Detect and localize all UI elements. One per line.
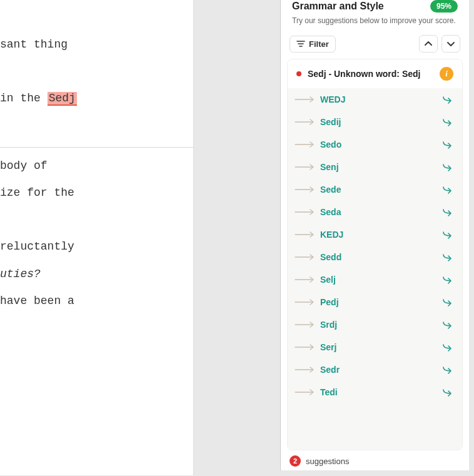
apply-suggestion-icon[interactable] <box>442 365 453 374</box>
info-icon[interactable]: i <box>440 67 453 81</box>
apply-suggestion-icon[interactable] <box>442 230 453 239</box>
apply-suggestion-icon[interactable] <box>442 388 453 397</box>
suggestion-text: Sede <box>318 185 440 195</box>
editor-line[interactable]: sant thing <box>0 31 193 58</box>
panel-header: Grammar and Style 95% Try our suggestion… <box>281 0 469 31</box>
highlighted-word[interactable]: Sedj <box>48 92 77 106</box>
replace-arrow-icon <box>294 254 315 260</box>
apply-suggestion-icon[interactable] <box>442 298 453 306</box>
suggestion-item[interactable]: Senj <box>288 156 462 178</box>
replace-arrow-icon <box>294 276 315 283</box>
editor-line[interactable]: in the Sedj <box>0 85 193 112</box>
suggestion-item[interactable]: Sede <box>288 178 462 201</box>
suggestion-text: Seda <box>318 207 440 217</box>
next-issue-button[interactable] <box>441 35 460 53</box>
suggestion-text: Sedij <box>318 117 440 127</box>
suggestion-item[interactable]: Serj <box>288 336 462 358</box>
issue-title: Sedj - Unknown word: Sedj <box>308 69 433 79</box>
issue-card: Sedj - Unknown word: Sedj i WEDJSedijSed… <box>287 59 463 450</box>
panel-footer: 2 suggestions <box>281 450 469 470</box>
suggestion-item[interactable]: Seda <box>288 201 462 223</box>
document-editor[interactable]: sant thing in the Sedj body ofize for th… <box>0 0 194 475</box>
score-badge: 95% <box>430 0 458 13</box>
suggestion-text: Serj <box>318 342 440 352</box>
editor-line[interactable] <box>0 113 193 139</box>
panel-title: Grammar and Style <box>292 1 384 12</box>
suggestion-text: Tedi <box>318 387 440 397</box>
suggestion-item[interactable]: Srdj <box>288 313 462 336</box>
apply-suggestion-icon[interactable] <box>442 208 453 216</box>
section-divider <box>0 147 193 148</box>
editor-line[interactable]: body of <box>0 153 193 180</box>
prev-issue-button[interactable] <box>419 35 438 53</box>
apply-suggestion-icon[interactable] <box>442 275 453 284</box>
apply-suggestion-icon[interactable] <box>442 95 453 104</box>
apply-suggestion-icon[interactable] <box>442 343 453 352</box>
replace-arrow-icon <box>294 367 315 373</box>
filter-icon <box>296 40 305 48</box>
suggestion-item[interactable]: KEDJ <box>288 223 462 246</box>
suggestion-item[interactable]: Pedj <box>288 291 462 313</box>
suggestion-text: KEDJ <box>318 230 440 240</box>
suggestion-text: Sedr <box>318 365 440 375</box>
suggestion-item[interactable]: Tedi <box>288 381 462 403</box>
filter-button[interactable]: Filter <box>290 36 336 53</box>
replace-arrow-icon <box>294 96 315 103</box>
apply-suggestion-icon[interactable] <box>442 140 453 149</box>
replace-arrow-icon <box>294 141 315 148</box>
footer-label: suggestions <box>306 457 349 466</box>
replace-arrow-icon <box>294 231 315 238</box>
suggestion-text: Srdj <box>318 320 440 330</box>
issue-severity-dot <box>296 71 301 76</box>
suggestion-item[interactable]: Sedij <box>288 111 462 133</box>
filter-label: Filter <box>309 39 329 49</box>
suggestion-item[interactable]: Sedr <box>288 358 462 381</box>
apply-suggestion-icon[interactable] <box>442 163 453 171</box>
editor-line[interactable]: have been a <box>0 288 193 315</box>
apply-suggestion-icon[interactable] <box>442 253 453 261</box>
chevron-up-icon <box>425 41 432 46</box>
suggestion-text: Selj <box>318 275 440 285</box>
chevron-down-icon <box>447 41 455 46</box>
replace-arrow-icon <box>294 164 315 170</box>
suggestion-item[interactable]: Selj <box>288 268 462 291</box>
suggestion-list: WEDJSedijSedoSenjSedeSedaKEDJSeddSeljPed… <box>288 88 462 450</box>
editor-line[interactable]: uties? <box>0 261 193 288</box>
replace-arrow-icon <box>294 299 315 305</box>
editor-line[interactable] <box>0 58 193 85</box>
apply-suggestion-icon[interactable] <box>442 320 453 329</box>
issue-header[interactable]: Sedj - Unknown word: Sedj i <box>288 59 462 88</box>
suggestion-text: WEDJ <box>318 94 440 104</box>
replace-arrow-icon <box>294 209 315 215</box>
suggestion-item[interactable]: WEDJ <box>288 88 462 111</box>
replace-arrow-icon <box>294 119 315 125</box>
suggestion-text: Sedo <box>318 139 440 149</box>
editor-line[interactable]: reluctantly <box>0 233 193 260</box>
replace-arrow-icon <box>294 344 315 350</box>
apply-suggestion-icon[interactable] <box>442 185 453 194</box>
grammar-panel: Grammar and Style 95% Try our suggestion… <box>280 0 469 470</box>
suggestion-text: Senj <box>318 162 440 172</box>
apply-suggestion-icon[interactable] <box>442 118 453 126</box>
suggestion-item[interactable]: Sedo <box>288 133 462 156</box>
replace-arrow-icon <box>294 389 315 395</box>
editor-line[interactable] <box>0 206 193 233</box>
suggestion-text: Sedd <box>318 252 440 262</box>
replace-arrow-icon <box>294 186 315 193</box>
suggestion-text: Pedj <box>318 297 440 307</box>
editor-line[interactable]: ize for the <box>0 180 193 206</box>
panel-toolbar: Filter <box>281 31 469 59</box>
suggestion-item[interactable]: Sedd <box>288 246 462 268</box>
suggestion-count-badge: 2 <box>290 455 301 467</box>
replace-arrow-icon <box>294 322 315 328</box>
panel-subtitle: Try our suggestions below to improve you… <box>292 16 458 25</box>
